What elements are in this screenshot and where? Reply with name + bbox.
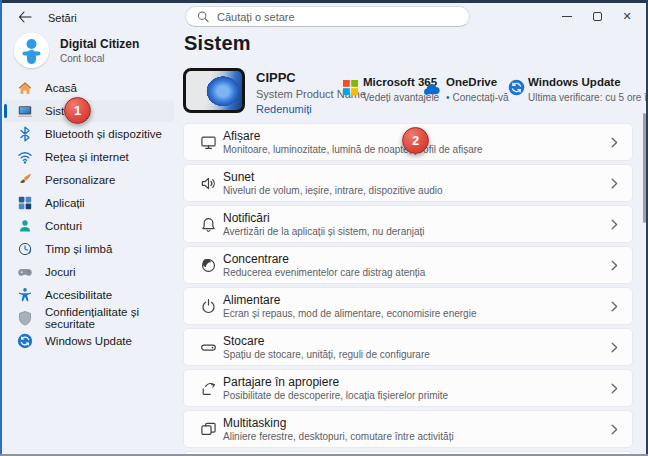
window-title: Setări — [48, 12, 77, 24]
titlebar: Setări ✕ — [2, 3, 646, 31]
window-edge-top — [0, 0, 648, 3]
personalization-icon — [17, 172, 33, 188]
card-subtitle: Spațiu de stocare, unități, reguli de co… — [223, 349, 430, 360]
notifications-icon — [200, 216, 217, 233]
sidebar-item-windows-update[interactable]: Windows Update — [4, 330, 174, 352]
chevron-right-icon — [611, 260, 618, 271]
settings-card-notificari[interactable]: NotificăriAvertizări de la aplicații și … — [183, 205, 633, 243]
card-subtitle: Reducerea evenimentelor care distrag ate… — [223, 267, 425, 278]
microsoft-365-icon — [341, 78, 359, 96]
nearby-share-icon — [200, 380, 217, 397]
sidebar-item-label: Timp și limbă — [45, 243, 112, 255]
chevron-right-icon — [611, 301, 618, 312]
onedrive-status-dot: • — [446, 92, 450, 103]
windows-update-subtitle: Ultima verificare: cu 5 ore în urmă — [528, 92, 648, 103]
chevron-right-icon — [611, 424, 618, 435]
settings-card-stocare[interactable]: StocareSpațiu de stocare, unități, regul… — [183, 328, 633, 366]
network-icon — [17, 149, 33, 165]
avatar-person-icon — [14, 33, 49, 68]
settings-card-partajare[interactable]: Partajare în apropierePosibilitate de de… — [183, 369, 633, 407]
chevron-right-icon — [611, 137, 618, 148]
sidebar-item-jocuri[interactable]: Jocuri — [4, 261, 174, 283]
focus-icon — [200, 257, 217, 274]
onedrive-icon — [423, 80, 441, 98]
chevron-right-icon — [611, 219, 618, 230]
onedrive-title[interactable]: OneDrive — [446, 76, 497, 88]
sidebar-item-label: Aplicații — [45, 197, 85, 209]
card-subtitle: Avertizări de la aplicații și sistem, nu… — [223, 226, 425, 237]
settings-card-concentrare[interactable]: ConcentrareReducerea evenimentelor care … — [183, 246, 633, 284]
sidebar-item-personalizare[interactable]: Personalizare — [4, 169, 174, 191]
sidebar-item-accesibilitate[interactable]: Accesibilitate — [4, 284, 174, 306]
windows-update-title[interactable]: Windows Update — [528, 76, 621, 88]
sidebar-item-label: Accesibilitate — [45, 289, 112, 301]
chevron-right-icon — [611, 383, 618, 394]
search-input[interactable] — [185, 6, 470, 27]
settings-card-alimentare[interactable]: AlimentareEcran și repaus, mod de alimen… — [183, 287, 633, 325]
sidebar-item-label: Windows Update — [45, 335, 132, 347]
accessibility-icon — [17, 287, 33, 303]
sidebar-item-conturi[interactable]: Conturi — [4, 215, 174, 237]
card-title: Afișare — [223, 129, 483, 143]
power-icon — [200, 298, 217, 315]
storage-icon — [200, 339, 217, 356]
settings-window: Setări ✕ Digital Citizen Cont lo — [0, 0, 648, 456]
card-subtitle: Posibilitate de descoperire, locația fiș… — [223, 390, 448, 401]
sidebar-item-acasa[interactable]: Acasă — [4, 77, 174, 99]
back-arrow-icon — [18, 11, 32, 23]
card-subtitle: Ecran și repaus, mod de alimentare, econ… — [223, 308, 476, 319]
card-subtitle: Monitoare, luminozitate, lumină de noapt… — [223, 144, 483, 155]
user-name: Digital Citizen — [60, 37, 139, 51]
sidebar: Digital Citizen Cont local Acasă Sistem … — [2, 31, 179, 454]
settings-card-sunet[interactable]: SunetNiveluri de volum, ieșire, intrare,… — [183, 164, 633, 202]
system-icon — [17, 103, 33, 119]
minimize-button[interactable] — [552, 3, 582, 29]
user-card[interactable]: Digital Citizen Cont local — [14, 33, 139, 68]
sidebar-item-aplicatii[interactable]: Aplicații — [4, 192, 174, 214]
card-title: Notificări — [223, 211, 425, 225]
sidebar-nav: Acasă Sistem Bluetooth și dispozitive Re… — [4, 77, 174, 353]
multitasking-icon — [200, 421, 217, 438]
gaming-icon — [17, 264, 33, 280]
home-icon — [17, 80, 33, 96]
sidebar-item-label: Conturi — [45, 220, 82, 232]
device-hub: CIPPC System Product Name Redenumiți Mic… — [183, 68, 633, 118]
sidebar-item-label: Confidențialitate și securitate — [45, 306, 174, 330]
sidebar-item-confidentialitate[interactable]: Confidențialitate și securitate — [4, 307, 174, 329]
privacy-icon — [17, 310, 33, 326]
sidebar-item-bluetooth[interactable]: Bluetooth și dispozitive — [4, 123, 174, 145]
annotation-badge-1: 1 — [64, 97, 91, 124]
back-button[interactable] — [16, 9, 34, 25]
sidebar-item-timp-limba[interactable]: Timp și limbă — [4, 238, 174, 260]
onedrive-subtitle: •Conectați-vă — [446, 92, 509, 103]
card-title: Stocare — [223, 334, 430, 348]
annotation-badge-2: 2 — [402, 127, 429, 154]
window-controls: ✕ — [552, 3, 642, 29]
sidebar-item-label: Bluetooth și dispozitive — [45, 128, 162, 140]
device-thumbnail — [183, 68, 245, 113]
apps-icon — [17, 195, 33, 211]
sidebar-item-retea[interactable]: Rețea și internet — [4, 146, 174, 168]
windows-update-icon — [507, 78, 525, 96]
card-subtitle: Aliniere ferestre, desktopuri, comutare … — [223, 431, 454, 442]
maximize-button[interactable] — [582, 3, 612, 29]
close-button[interactable]: ✕ — [612, 3, 642, 29]
sidebar-item-label: Personalizare — [45, 174, 115, 186]
rename-link[interactable]: Redenumiți — [256, 103, 312, 115]
minimize-icon — [562, 16, 572, 17]
user-avatar — [14, 33, 49, 68]
sidebar-item-label: Jocuri — [45, 266, 76, 278]
time-language-icon — [17, 241, 33, 257]
card-title: Partajare în apropiere — [223, 375, 448, 389]
card-subtitle: Niveluri de volum, ieșire, intrare, disp… — [223, 185, 443, 196]
maximize-icon — [593, 12, 602, 21]
device-name: CIPPC — [256, 70, 296, 85]
card-title: Alimentare — [223, 293, 476, 307]
sidebar-item-label: Rețea și internet — [45, 151, 129, 163]
settings-card-multitasking[interactable]: MultitaskingAliniere ferestre, desktopur… — [183, 410, 633, 448]
settings-list: AfișareMonitoare, luminozitate, lumină d… — [183, 123, 633, 456]
display-icon — [200, 134, 217, 151]
search-field[interactable] — [217, 11, 458, 23]
close-icon: ✕ — [622, 10, 631, 23]
card-title: Sunet — [223, 170, 443, 184]
